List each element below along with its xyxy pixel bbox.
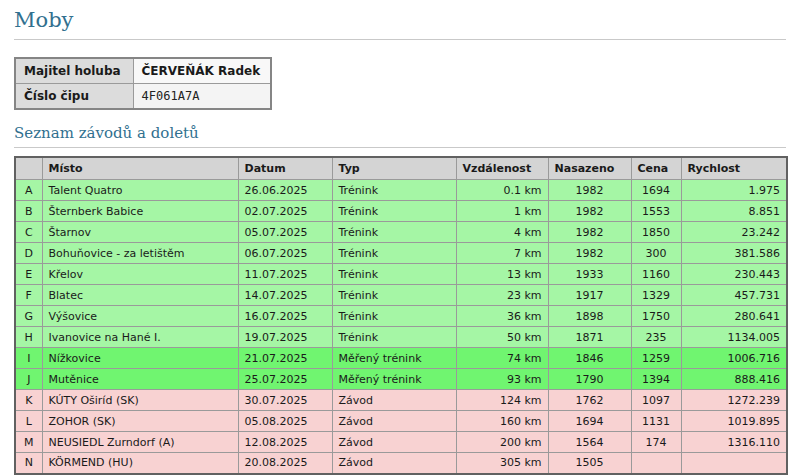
cell-typ: Trénink [332, 222, 456, 243]
cell-misto: Štarnov [42, 222, 238, 243]
col-header-misto: Místo [42, 157, 238, 180]
cell-misto: Mutěnice [42, 369, 238, 390]
cell-cena: 1259 [631, 348, 681, 369]
cell-misto: KÚTY Oširíd (SK) [42, 390, 238, 411]
races-header-row: MístoDatumTypVzdálenostNasazenoCenaRychl… [15, 157, 787, 180]
cell-vzdalenost: 4 km [456, 222, 548, 243]
cell-letter: D [15, 243, 42, 264]
race-row-N: NKÖRMEND (HU)20.08.2025Závod305 km1505 [15, 453, 787, 474]
cell-letter: G [15, 306, 42, 327]
cell-cena: 1131 [631, 411, 681, 432]
cell-typ: Trénink [332, 243, 456, 264]
cell-typ: Měřený trénink [332, 348, 456, 369]
cell-datum: 16.07.2025 [238, 306, 332, 327]
cell-typ: Závod [332, 453, 456, 474]
cell-letter: C [15, 222, 42, 243]
col-header-rychlost: Rychlost [681, 157, 787, 180]
col-header-nasazeno: Nasazeno [548, 157, 631, 180]
cell-rychlost: 1134.005 [681, 327, 787, 348]
cell-vzdalenost: 23 km [456, 285, 548, 306]
race-row-I: INížkovice21.07.2025Měřený trénink74 km1… [15, 348, 787, 369]
cell-typ: Závod [332, 390, 456, 411]
cell-rychlost: 230.443 [681, 264, 787, 285]
cell-cena: 174 [631, 432, 681, 453]
cell-letter: I [15, 348, 42, 369]
cell-vzdalenost: 1 km [456, 201, 548, 222]
cell-datum: 12.08.2025 [238, 432, 332, 453]
cell-misto: Výšovice [42, 306, 238, 327]
cell-nasazeno: 1917 [548, 285, 631, 306]
cell-rychlost: 1006.716 [681, 348, 787, 369]
cell-rychlost: 1.975 [681, 180, 787, 201]
col-header-letter [15, 157, 42, 180]
cell-rychlost [681, 453, 787, 474]
cell-datum: 20.08.2025 [238, 453, 332, 474]
cell-rychlost: 457.731 [681, 285, 787, 306]
race-row-H: HIvanovice na Hané I.19.07.2025Trénink50… [15, 327, 787, 348]
race-row-E: EKřelov11.07.2025Trénink13 km19331160230… [15, 264, 787, 285]
cell-vzdalenost: 0.1 km [456, 180, 548, 201]
cell-vzdalenost: 124 km [456, 390, 548, 411]
owner-label: Majitel holuba [15, 58, 133, 84]
race-row-D: DBohuňovice - za letištěm06.07.2025Tréni… [15, 243, 787, 264]
cell-letter: F [15, 285, 42, 306]
cell-datum: 06.07.2025 [238, 243, 332, 264]
cell-datum: 21.07.2025 [238, 348, 332, 369]
owner-row: Majitel holuba ČERVEŇÁK Radek [15, 58, 271, 84]
page-title: Moby [14, 6, 786, 40]
cell-misto: Ivanovice na Hané I. [42, 327, 238, 348]
cell-letter: N [15, 453, 42, 474]
race-row-B: BŠternberk Babice02.07.2025Trénink1 km19… [15, 201, 787, 222]
cell-nasazeno: 1871 [548, 327, 631, 348]
cell-typ: Trénink [332, 264, 456, 285]
cell-nasazeno: 1982 [548, 201, 631, 222]
cell-nasazeno: 1898 [548, 306, 631, 327]
cell-typ: Trénink [332, 285, 456, 306]
cell-rychlost: 1019.895 [681, 411, 787, 432]
race-row-A: ATalent Quatro26.06.2025Trénink0.1 km198… [15, 180, 787, 201]
cell-typ: Závod [332, 411, 456, 432]
cell-misto: Křelov [42, 264, 238, 285]
cell-typ: Trénink [332, 327, 456, 348]
cell-cena: 1097 [631, 390, 681, 411]
cell-misto: Blatec [42, 285, 238, 306]
race-row-J: JMutěnice25.07.2025Měřený trénink93 km17… [15, 369, 787, 390]
cell-cena: 235 [631, 327, 681, 348]
col-header-vzdalenost: Vzdálenost [456, 157, 548, 180]
cell-misto: Nížkovice [42, 348, 238, 369]
cell-vzdalenost: 50 km [456, 327, 548, 348]
cell-misto: Šternberk Babice [42, 201, 238, 222]
cell-nasazeno: 1982 [548, 243, 631, 264]
cell-letter: K [15, 390, 42, 411]
cell-misto: Bohuňovice - za letištěm [42, 243, 238, 264]
cell-misto: KÖRMEND (HU) [42, 453, 238, 474]
cell-nasazeno: 1790 [548, 369, 631, 390]
cell-nasazeno: 1933 [548, 264, 631, 285]
cell-cena: 1394 [631, 369, 681, 390]
cell-nasazeno: 1982 [548, 222, 631, 243]
race-row-F: FBlatec14.07.2025Trénink23 km19171329457… [15, 285, 787, 306]
col-header-datum: Datum [238, 157, 332, 180]
cell-datum: 02.07.2025 [238, 201, 332, 222]
cell-letter: J [15, 369, 42, 390]
cell-typ: Závod [332, 432, 456, 453]
cell-datum: 05.08.2025 [238, 411, 332, 432]
race-row-K: KKÚTY Oširíd (SK)30.07.2025Závod124 km17… [15, 390, 787, 411]
cell-typ: Trénink [332, 201, 456, 222]
cell-nasazeno: 1694 [548, 411, 631, 432]
race-row-G: GVýšovice16.07.2025Trénink36 km189817502… [15, 306, 787, 327]
cell-vzdalenost: 160 km [456, 411, 548, 432]
races-table: MístoDatumTypVzdálenostNasazenoCenaRychl… [14, 156, 788, 475]
cell-datum: 30.07.2025 [238, 390, 332, 411]
cell-typ: Trénink [332, 306, 456, 327]
cell-datum: 11.07.2025 [238, 264, 332, 285]
chip-row: Číslo čipu 4F061A7A [15, 84, 271, 110]
cell-letter: H [15, 327, 42, 348]
cell-rychlost: 23.242 [681, 222, 787, 243]
cell-cena: 1850 [631, 222, 681, 243]
cell-nasazeno: 1982 [548, 180, 631, 201]
cell-vzdalenost: 305 km [456, 453, 548, 474]
cell-letter: B [15, 201, 42, 222]
cell-vzdalenost: 7 km [456, 243, 548, 264]
chip-label: Číslo čipu [15, 84, 133, 110]
